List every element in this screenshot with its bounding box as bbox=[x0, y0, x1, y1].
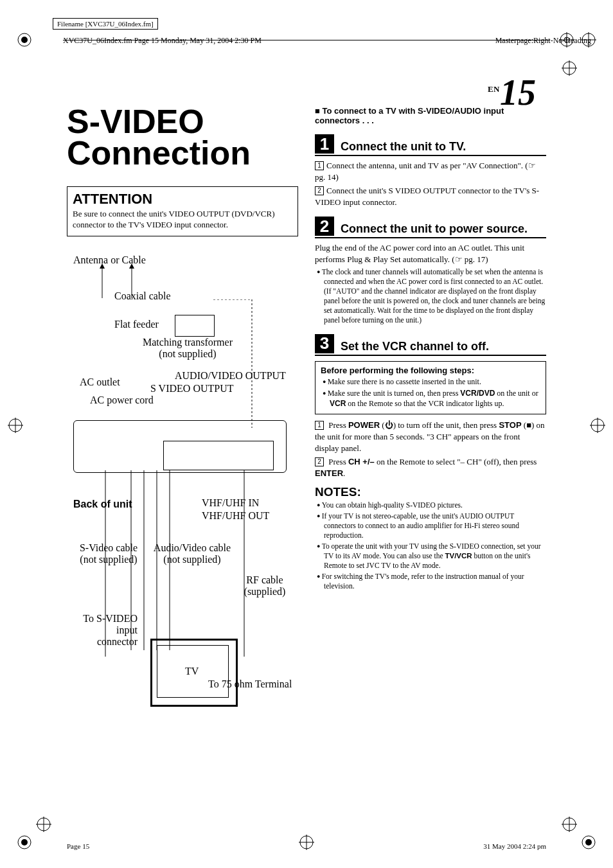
svg-point-19 bbox=[21, 839, 28, 846]
section-leadin: ■ To connect to a TV with S-VIDEO/AUDIO … bbox=[315, 106, 546, 125]
diagram-label: Coaxial cable bbox=[114, 290, 171, 302]
step-2-text: Plug the end of the AC power cord into a… bbox=[315, 242, 546, 265]
svg-marker-32 bbox=[100, 263, 105, 269]
step-number-icon: 3 bbox=[315, 334, 334, 353]
regmark-icon bbox=[36, 817, 51, 832]
svg-point-21 bbox=[585, 839, 592, 846]
notes-item: If your TV is not stereo-capable, use th… bbox=[315, 511, 546, 540]
step-2-bullet: The clock and tuner channels will automa… bbox=[315, 267, 546, 325]
svg-point-1 bbox=[21, 37, 28, 43]
footer-left: Page 15 bbox=[67, 842, 89, 850]
regmark-icon bbox=[562, 817, 577, 832]
step-number-icon: 2 bbox=[315, 217, 334, 236]
step-3-heading: 3 Set the VCR channel to off. bbox=[315, 334, 546, 356]
frame-header-left: XVC37U_06Index.fm Page 15 Monday, May 31… bbox=[63, 36, 262, 46]
filename-box: Filename [XVC37U_06Index.fm] bbox=[53, 18, 158, 30]
regmark-icon bbox=[8, 418, 23, 433]
diagram-label: AC outlet bbox=[80, 376, 120, 388]
step-number-icon: 1 bbox=[315, 134, 334, 154]
regmark-icon bbox=[581, 835, 596, 850]
page-title: S-VIDEO Connection bbox=[67, 106, 298, 170]
diagram-label: TV bbox=[185, 666, 199, 677]
connection-diagram: Antenna or Cable Coaxial cable Flat feed… bbox=[67, 254, 298, 717]
step-1-item: 1Connect the antenna, unit and TV as per… bbox=[315, 160, 546, 182]
notes-item: You can obtain high-quality S-VIDEO pict… bbox=[315, 500, 546, 510]
diagram-label: S-Video cable(not supplied) bbox=[73, 542, 144, 565]
diagram-label: Audio/Video cable(not supplied) bbox=[150, 542, 234, 565]
step-3-item: 1 Press POWER (⏻) to turn off the unit, … bbox=[315, 420, 546, 454]
diagram-label: RF cable(supplied) bbox=[239, 574, 290, 598]
diagram-label: S VIDEO OUTPUT bbox=[150, 383, 233, 394]
notes-item: For switching the TV's mode, refer to th… bbox=[315, 572, 546, 591]
regmark-icon bbox=[562, 60, 577, 76]
attention-text: Be sure to connect the unit's VIDEO OUTP… bbox=[73, 209, 292, 231]
diagram-label: To 75 ohm Terminal bbox=[208, 678, 292, 690]
step-1-item: 2Connect the unit's S VIDEO OUTPUT conne… bbox=[315, 185, 546, 208]
regmark-icon bbox=[17, 835, 32, 850]
before-bullet: Make sure there is no cassette inserted … bbox=[321, 376, 540, 387]
regmark-icon bbox=[17, 32, 32, 48]
frame-header-right: Masterpage:Right-No-Heading bbox=[495, 36, 591, 46]
attention-heading: ATTENTION bbox=[73, 191, 292, 208]
diagram-label: Flat feeder bbox=[114, 319, 159, 330]
step-3-item: 2 Press CH +/– on the Remote to select "… bbox=[315, 456, 546, 479]
attention-box: ATTENTION Be sure to connect the unit's … bbox=[67, 186, 298, 236]
notes-item: To operate the unit with your TV using t… bbox=[315, 542, 546, 571]
step-2-heading: 2 Connect the unit to power source. bbox=[315, 217, 546, 238]
footer-right: 31 May 2004 2:24 pm bbox=[483, 842, 546, 850]
step-1-heading: 1 Connect the unit to TV. bbox=[315, 134, 546, 156]
diagram-label: AUDIO/VIDEO OUTPUT bbox=[175, 370, 286, 382]
regmark-icon bbox=[590, 418, 605, 433]
before-box: Before performing the following steps: M… bbox=[315, 361, 546, 415]
svg-marker-34 bbox=[129, 263, 134, 269]
before-bullet: Make sure the unit is turned on, then pr… bbox=[321, 388, 540, 409]
notes-heading: NOTES: bbox=[315, 485, 546, 499]
diagram-label: To S-VIDEO inputconnector bbox=[60, 613, 138, 648]
diagram-label: AC power cord bbox=[90, 394, 154, 406]
